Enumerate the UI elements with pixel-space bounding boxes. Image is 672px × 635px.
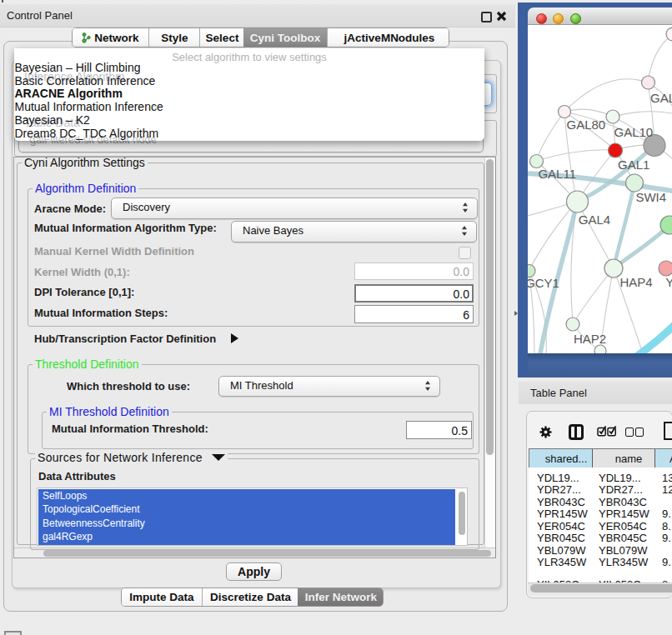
svg-text:GAL4: GAL4 xyxy=(579,212,610,227)
svg-text:GAL: GAL xyxy=(650,91,672,105)
svg-text:HAP4: HAP4 xyxy=(620,275,653,289)
svg-text:GAL80: GAL80 xyxy=(567,118,606,132)
svg-text:GAL1: GAL1 xyxy=(618,158,649,172)
svg-text:Y: Y xyxy=(665,275,672,289)
svg-text:GAL10: GAL10 xyxy=(614,125,654,139)
svg-text:GAL11: GAL11 xyxy=(538,167,576,181)
svg-text:HAP2: HAP2 xyxy=(574,332,606,346)
svg-text:GCY1: GCY1 xyxy=(528,276,559,290)
svg-text:SWI4: SWI4 xyxy=(635,190,666,204)
